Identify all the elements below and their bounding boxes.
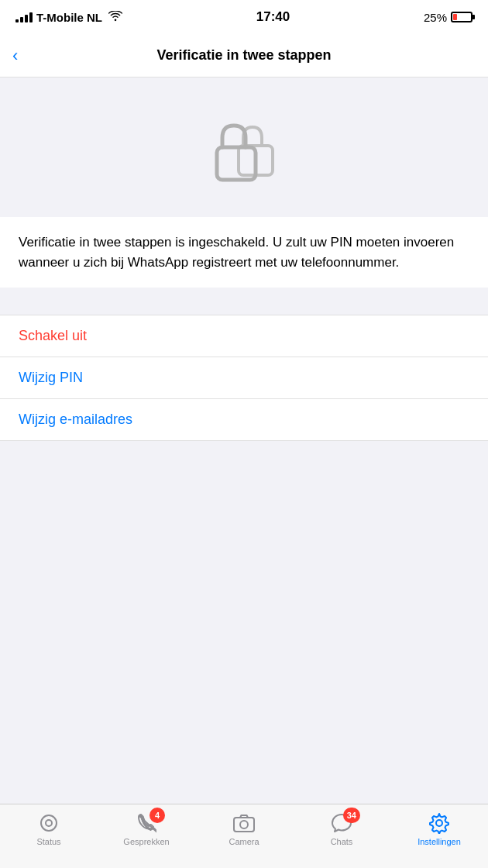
gesprekken-icon-wrap: 4 (136, 812, 157, 834)
camera-icon (233, 812, 255, 834)
tab-status-label: Status (36, 837, 60, 846)
chats-icon-wrap: 34 (331, 812, 352, 834)
instellingen-icon-wrap (428, 812, 450, 834)
chats-badge: 34 (343, 808, 360, 823)
tab-camera-label: Camera (229, 837, 259, 846)
content-area: Verificatie in twee stappen is ingeschak… (0, 78, 488, 441)
wifi-icon (108, 11, 122, 24)
camera-icon-wrap (233, 812, 255, 834)
settings-icon (428, 812, 450, 834)
change-pin-button[interactable]: Wijzig PIN (0, 357, 488, 399)
tab-status[interactable]: Status (0, 812, 98, 846)
nav-bar: ‹ Verificatie in twee stappen (0, 34, 488, 78)
lock-icon (209, 116, 279, 186)
description-text: Verificatie in twee stappen is ingeschak… (19, 232, 469, 272)
svg-rect-4 (234, 818, 254, 832)
action-list: Schakel uit Wijzig PIN Wijzig e-mailadre… (0, 315, 488, 441)
description-section: Verificatie in twee stappen is ingeschak… (0, 217, 488, 288)
disable-button[interactable]: Schakel uit (0, 315, 488, 357)
svg-point-5 (240, 821, 248, 828)
carrier-label: T-Mobile NL (36, 11, 102, 24)
battery-percent: 25% (424, 11, 447, 24)
signal-bars-icon (15, 12, 33, 22)
tab-bar: Status 4 Gesprekken (0, 804, 488, 868)
change-email-button[interactable]: Wijzig e-mailadres (0, 399, 488, 440)
status-bar: T-Mobile NL 17:40 25% (0, 0, 488, 34)
tab-chats-label: Chats (331, 837, 353, 846)
tab-gesprekken[interactable]: 4 Gesprekken (98, 812, 195, 846)
tab-gesprekken-label: Gesprekken (123, 837, 169, 846)
nav-title: Verificatie in twee stappen (156, 47, 331, 64)
back-button[interactable]: ‹ (12, 46, 18, 66)
svg-point-2 (41, 815, 57, 831)
status-icon (38, 812, 60, 834)
tab-instellingen[interactable]: Instellingen (390, 812, 488, 846)
lock-icon-section (0, 78, 488, 217)
status-left: T-Mobile NL (15, 11, 122, 24)
tab-chats[interactable]: 34 Chats (293, 812, 390, 846)
gesprekken-badge: 4 (149, 808, 165, 823)
battery-icon (451, 12, 473, 22)
status-right: 25% (424, 11, 473, 24)
tab-instellingen-label: Instellingen (418, 837, 461, 846)
time-label: 17:40 (256, 9, 290, 25)
svg-point-6 (436, 820, 442, 826)
svg-point-3 (46, 820, 52, 826)
tab-camera[interactable]: Camera (195, 812, 293, 846)
status-icon-wrap (38, 812, 60, 834)
